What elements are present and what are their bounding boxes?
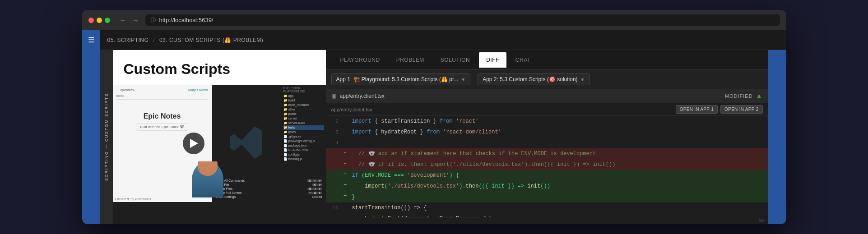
diff-code-area[interactable]: 2 import { startTransition } from 'react… — [326, 116, 768, 224]
diff-filepath-bar: app/entry.client.tsx OPEN in APP 1 OPEN … — [326, 103, 768, 116]
line-prefix-10 — [342, 202, 348, 213]
cmd-keys-5: Unload — [312, 195, 322, 198]
code-line-rem-1: - // 🐨 add an if statement here that che… — [326, 148, 768, 159]
vertical-label-area: SCRIPTING — CUSTOM SCRIPTS — [100, 50, 113, 224]
notes-header: ← epicnotes Kody's Notes — [116, 88, 208, 92]
file-config: 📄 config.js — [283, 152, 324, 157]
line-num-3: 3 — [326, 127, 342, 138]
explorer-label: EXPLORER: PLAYGROUND — [283, 87, 324, 93]
diff-file-header-1: ▣ app/entry.client.tsx MODIFIED ▲ — [326, 89, 768, 103]
file-server-build: 📁 server-build — [283, 121, 324, 125]
forward-button[interactable]: → — [131, 16, 141, 25]
code-line-2: 2 import { startTransition } from 'react… — [326, 116, 768, 127]
line-content-10: startTransition(() => { — [348, 202, 768, 213]
line-content-rem-1: // 🐨 add an if statement here that check… — [348, 148, 768, 159]
right-sidebar — [768, 50, 786, 224]
epic-stack-badge: Built with the Epic Stack 🐨 — [136, 123, 188, 131]
file-name-1: app/entry.client.tsx — [340, 93, 385, 99]
app2-label: App 2: 5.3 Custom Scripts (🎯 solution) — [483, 76, 577, 83]
tab-solution[interactable]: SOLUTION — [433, 52, 477, 68]
line-prefix-4 — [342, 138, 348, 148]
lesson-title: Custom Scripts — [113, 50, 326, 85]
play-button[interactable] — [183, 133, 204, 154]
app-container: ☰ 05. SCRIPTING / 03. CUSTOM SCRIPTS (🦺 … — [82, 30, 786, 224]
file-ext-badge: tsx — [326, 217, 768, 224]
file-status-area: MODIFIED ▲ — [725, 92, 763, 100]
file-icon: ▣ — [331, 93, 336, 99]
line-num-10: 10 — [326, 202, 342, 213]
app-selectors: App 1: 🏗️ Playground: 5.3 Custom Scripts… — [326, 70, 768, 89]
vertical-label-scripting: SCRIPTING — CUSTOM SCRIPTS — [104, 93, 109, 181]
file-build: 📁 build — [283, 98, 324, 103]
file-tests: 📁 tests — [283, 125, 324, 130]
file-playwright: 📄 playwright.config.js — [283, 139, 324, 143]
cmd-keys-4: ^⌘F — [308, 191, 322, 194]
line-prefix-3 — [342, 127, 348, 138]
app1-selector[interactable]: App 1: 🏗️ Playground: 5.3 Custom Scripts… — [331, 73, 471, 85]
breadcrumb: 05. SCRIPTING / 03. CUSTOM SCRIPTS (🦺 PR… — [107, 37, 264, 43]
maximize-button[interactable] — [105, 18, 110, 23]
code-line-3: 3 import { hydrateRoot } from 'react-dom… — [326, 127, 768, 138]
file-name-area: ▣ app/entry.client.tsx — [331, 93, 385, 99]
person-overlay — [185, 161, 230, 202]
line-prefix-add-3: + — [342, 192, 348, 202]
notes-link: Kody's Notes — [188, 88, 208, 92]
breadcrumb-part2: 03. CUSTOM SCRIPTS (🦺 PROBLEM) — [159, 37, 263, 43]
video-preview: ← epicnotes Kody's Notes notes Epic Note… — [113, 85, 326, 202]
cmd-keys-2: ⌘P — [312, 183, 322, 186]
line-num-4: 4 — [326, 138, 342, 148]
browser-window: ← → ⓘ http://localhost:5639/ ☰ 05. SCRIP… — [82, 10, 786, 224]
line-num-add-2 — [326, 181, 342, 192]
modified-badge-1: MODIFIED — [725, 93, 753, 99]
lesson-panel: Custom Scripts ← epicnotes Kody's Notes — [113, 50, 326, 202]
line-num-rem-2 — [326, 159, 342, 170]
line-content-2: import { startTransition } from 'react' — [348, 116, 768, 127]
play-icon — [190, 139, 198, 148]
code-line-add-3: + } — [326, 192, 768, 202]
notes-nav: ← epicnotes — [116, 88, 134, 92]
file-other: 📁 other — [283, 107, 324, 112]
line-content-add-2: import('./utils/devtools.tsx').then(({ i… — [348, 181, 768, 192]
tab-playground[interactable]: PLAYGROUND — [333, 52, 387, 68]
menu-icon[interactable]: ☰ — [88, 36, 94, 44]
tab-diff[interactable]: DIFF — [479, 52, 506, 68]
line-num-rem-1 — [326, 148, 342, 159]
back-button[interactable]: ← — [118, 16, 128, 25]
line-prefix-2 — [342, 116, 348, 127]
minimize-button[interactable] — [97, 18, 102, 23]
top-nav: 05. SCRIPTING / 03. CUSTOM SCRIPTS (🦺 PR… — [100, 30, 786, 50]
file-app: 📁 app — [283, 94, 324, 98]
tab-chat[interactable]: CHAT — [508, 52, 538, 68]
line-content-add-1: if (ENV.MODE === 'development') { — [348, 170, 768, 181]
nav-buttons: ← → — [118, 16, 141, 25]
file-tsconfig: 📄 tsconfig.js — [283, 157, 324, 161]
browser-chrome: ← → ⓘ http://localhost:5639/ — [82, 10, 786, 30]
line-num-add-1 — [326, 170, 342, 181]
line-prefix-rem-2: - — [342, 159, 348, 170]
cmd-keys-3: ⌘⇧F — [307, 187, 322, 190]
url-text: http://localhost:5639/ — [159, 17, 214, 23]
app2-selector[interactable]: App 2: 5.3 Custom Scripts (🎯 solution) ▼ — [478, 73, 589, 85]
tab-problem[interactable]: PROBLEM — [389, 52, 432, 68]
cmd-row-5: Show Settings Unload — [216, 195, 322, 198]
info-icon: ⓘ — [151, 17, 156, 23]
lesson-panel-wrapper: SCRIPTING — CUSTOM SCRIPTS Custom Script… — [100, 50, 326, 224]
file-types: 📁 types — [283, 130, 324, 134]
person-body — [192, 161, 223, 197]
open-buttons: OPEN in APP 1 OPEN in APP 2 — [676, 105, 763, 114]
breadcrumb-part1: 05. SCRIPTING — [107, 37, 149, 43]
person-head — [198, 161, 218, 176]
file-tree: EXPLORER: PLAYGROUND 📁 app 📁 build 📁 nod… — [283, 87, 324, 161]
cmd-row-1: Show All Commands ⌘⇧P — [216, 179, 322, 182]
file-package: 📄 package.json — [283, 143, 324, 148]
code-line-10: 10 startTransition(() => { — [326, 202, 768, 213]
line-prefix-rem-1: - — [342, 148, 348, 159]
open-app2-button[interactable]: OPEN in APP 2 — [720, 105, 762, 114]
address-bar[interactable]: ⓘ http://localhost:5639/ — [145, 14, 780, 26]
line-prefix-add-1: + — [342, 170, 348, 181]
open-app1-button[interactable]: OPEN in APP 1 — [676, 105, 718, 114]
diff-topbar: PLAYGROUND PROBLEM SOLUTION DIFF CHAT — [326, 50, 768, 70]
app1-chevron-icon: ▼ — [461, 77, 465, 82]
close-button[interactable] — [88, 18, 94, 23]
code-line-add-2: + import('./utils/devtools.tsx').then(({… — [326, 181, 768, 192]
